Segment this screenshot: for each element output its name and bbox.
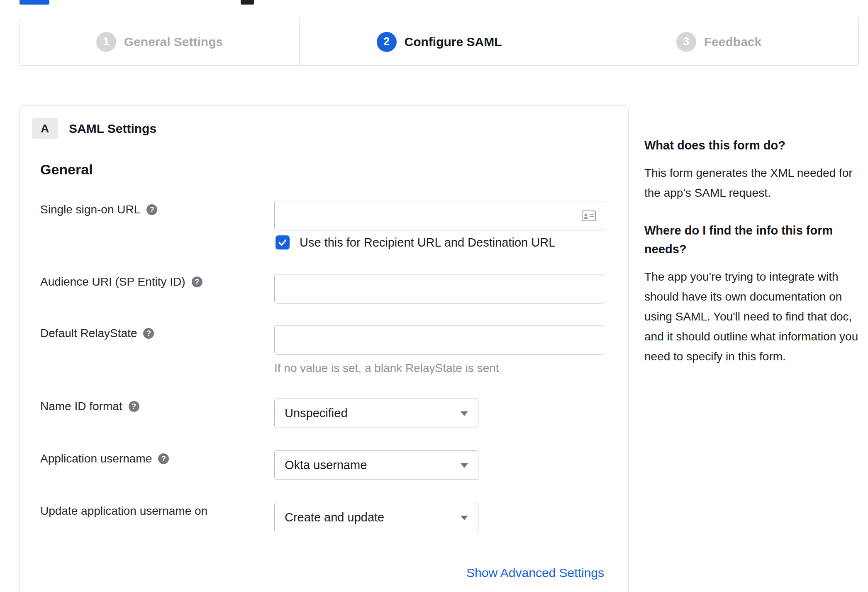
step-feedback[interactable]: 3 Feedback bbox=[579, 18, 858, 65]
help-icon[interactable]: ? bbox=[146, 204, 157, 215]
okta-configure-saml-screen: 1 General Settings 2 Configure SAML 3 Fe… bbox=[0, 0, 868, 592]
panel-title: SAML Settings bbox=[69, 122, 156, 136]
application-username-label-row: Application username ? bbox=[40, 452, 169, 465]
sidebar-q1-title: What does this form do? bbox=[644, 136, 859, 155]
name-id-format-label: Name ID format bbox=[40, 400, 122, 413]
cutoff-app-logo-fragment bbox=[241, 0, 254, 5]
cutoff-link-fragment bbox=[20, 0, 49, 5]
name-id-format-select[interactable]: Unspecified bbox=[274, 399, 478, 428]
sso-url-input-wrap bbox=[274, 201, 604, 230]
chevron-down-icon bbox=[461, 516, 468, 520]
relaystate-input[interactable] bbox=[274, 325, 604, 355]
name-id-format-label-row: Name ID format ? bbox=[40, 400, 139, 413]
update-username-select[interactable]: Create and update bbox=[274, 503, 478, 532]
audience-uri-label: Audience URI (SP Entity ID) bbox=[40, 275, 185, 289]
step-3-number-badge: 3 bbox=[676, 32, 696, 52]
help-icon[interactable]: ? bbox=[192, 276, 202, 287]
relaystate-label: Default RelayState bbox=[40, 327, 137, 340]
update-username-value: Create and update bbox=[285, 511, 384, 524]
step-1-number-badge: 1 bbox=[96, 32, 116, 52]
application-username-value: Okta username bbox=[285, 458, 367, 472]
recipient-url-checkbox-label[interactable]: Use this for Recipient URL and Destinati… bbox=[300, 236, 555, 250]
chevron-down-icon bbox=[461, 411, 468, 416]
step-general-settings[interactable]: 1 General Settings bbox=[20, 18, 299, 65]
relaystate-hint: If no value is set, a blank RelayState i… bbox=[274, 362, 499, 375]
help-icon[interactable]: ? bbox=[158, 453, 169, 464]
section-a-badge: A bbox=[32, 118, 58, 139]
contact-card-icon[interactable] bbox=[582, 210, 596, 221]
wizard-stepper: 1 General Settings 2 Configure SAML 3 Fe… bbox=[20, 18, 859, 66]
audience-uri-input[interactable] bbox=[274, 274, 604, 303]
sso-url-label-row: Single sign-on URL ? bbox=[40, 203, 157, 216]
help-icon[interactable]: ? bbox=[129, 401, 139, 412]
audience-uri-label-row: Audience URI (SP Entity ID) ? bbox=[40, 275, 202, 289]
sidebar-q1-body: This form generates the XML needed for t… bbox=[644, 163, 859, 203]
step-3-label: Feedback bbox=[704, 35, 761, 49]
step-2-number-badge: 2 bbox=[377, 32, 397, 52]
help-icon[interactable]: ? bbox=[143, 328, 154, 339]
sso-url-label: Single sign-on URL bbox=[40, 203, 140, 216]
chevron-down-icon bbox=[461, 463, 468, 468]
saml-settings-panel: A SAML Settings General Single sign-on U… bbox=[20, 105, 629, 592]
update-username-label-row: Update application username on bbox=[40, 504, 207, 518]
name-id-format-value: Unspecified bbox=[285, 406, 348, 420]
recipient-url-checkbox-row: Use this for Recipient URL and Destinati… bbox=[276, 235, 555, 250]
application-username-label: Application username bbox=[40, 452, 152, 465]
relaystate-label-row: Default RelayState ? bbox=[40, 327, 154, 340]
check-icon bbox=[278, 237, 288, 247]
recipient-url-checkbox[interactable] bbox=[276, 235, 290, 250]
step-2-label: Configure SAML bbox=[405, 35, 502, 49]
step-configure-saml[interactable]: 2 Configure SAML bbox=[299, 18, 579, 65]
step-1-label: General Settings bbox=[124, 35, 223, 49]
help-sidebar: What does this form do? This form genera… bbox=[644, 136, 859, 385]
sso-url-input[interactable] bbox=[274, 201, 604, 230]
sidebar-q2-title: Where do I find the info this form needs… bbox=[644, 221, 859, 259]
sidebar-q2-body: The app you're trying to integrate with … bbox=[644, 267, 859, 367]
show-advanced-settings-link[interactable]: Show Advanced Settings bbox=[274, 566, 604, 580]
application-username-select[interactable]: Okta username bbox=[274, 450, 478, 480]
update-username-label: Update application username on bbox=[40, 504, 207, 518]
general-section-heading: General bbox=[40, 161, 93, 178]
